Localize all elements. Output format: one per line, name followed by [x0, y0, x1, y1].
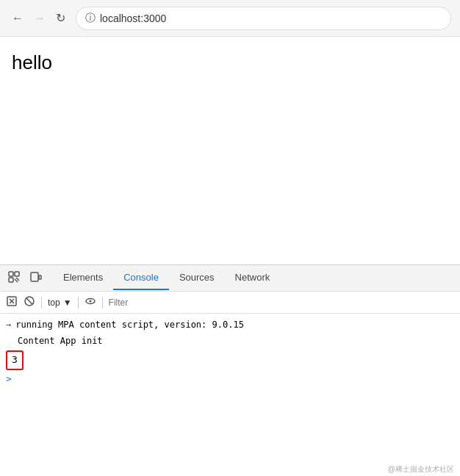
toolbar2-divider3	[102, 297, 103, 309]
svg-rect-3	[31, 273, 38, 281]
svg-rect-4	[39, 275, 41, 279]
browser-toolbar: ← → ↻ ⓘ	[0, 0, 460, 37]
nav-buttons: ← → ↻	[9, 10, 68, 26]
console-line-1-text: running MPA content script, version: 9.0…	[15, 318, 244, 331]
eye-icon[interactable]	[85, 295, 96, 309]
url-input[interactable]	[100, 12, 442, 24]
console-line-2: Content App init	[6, 333, 454, 349]
tab-sources[interactable]: Sources	[169, 266, 225, 290]
console-line-2-text: Content App init	[18, 334, 103, 347]
watermark: @稀土掘金技术社区	[0, 463, 460, 476]
svg-rect-0	[9, 272, 13, 276]
tab-network[interactable]: Network	[225, 266, 281, 290]
toolbar2-divider	[41, 297, 42, 309]
block-icon[interactable]	[24, 295, 35, 309]
console-number-line: 3	[6, 349, 454, 372]
filter-input[interactable]	[109, 298, 454, 308]
top-label: top	[48, 298, 60, 308]
svg-rect-1	[15, 272, 19, 276]
back-button[interactable]: ←	[9, 10, 26, 26]
info-icon: ⓘ	[85, 12, 96, 25]
page-content: hello	[0, 37, 460, 264]
page-hello-text: hello	[12, 51, 52, 73]
clear-console-icon[interactable]	[6, 295, 18, 309]
toolbar2-divider2	[78, 297, 79, 309]
tab-console[interactable]: Console	[113, 266, 169, 290]
tab-elements[interactable]: Elements	[53, 266, 113, 290]
console-line-1: running MPA content script, version: 9.0…	[6, 317, 454, 333]
devtools-toolbar2: top ▼	[0, 292, 460, 314]
devtools-tabs-bar: Elements Console Sources Network	[0, 265, 460, 292]
svg-rect-2	[9, 278, 13, 282]
device-toolbar-icon[interactable]	[28, 269, 44, 288]
inspect-icon[interactable]	[6, 269, 22, 288]
console-number-box: 3	[6, 350, 24, 370]
reload-button[interactable]: ↻	[53, 10, 68, 26]
forward-button[interactable]: →	[31, 10, 48, 26]
dropdown-arrow-icon: ▼	[63, 298, 72, 308]
console-output: running MPA content script, version: 9.0…	[0, 314, 460, 463]
devtools-panel: Elements Console Sources Network	[0, 264, 460, 476]
svg-point-11	[89, 300, 91, 303]
devtools-icons	[6, 269, 44, 288]
address-bar[interactable]: ⓘ	[76, 7, 451, 30]
svg-line-9	[26, 298, 33, 305]
context-selector[interactable]: top ▼	[48, 298, 72, 308]
console-prompt[interactable]	[6, 372, 454, 386]
